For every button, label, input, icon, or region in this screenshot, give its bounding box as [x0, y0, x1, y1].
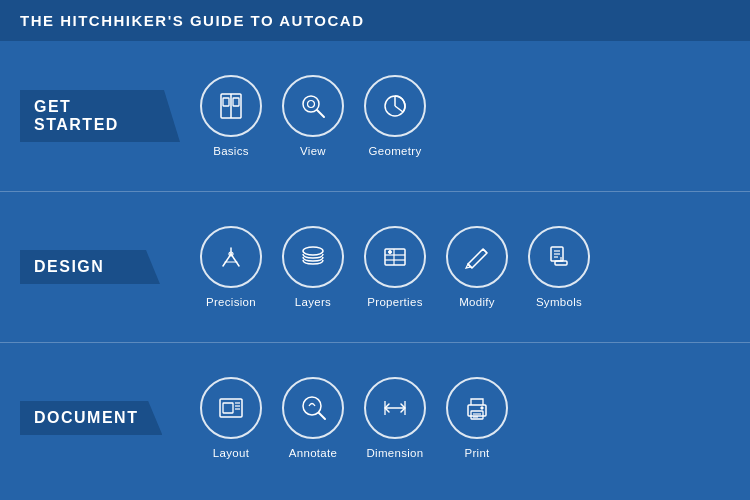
- annotate-icon: [296, 391, 330, 425]
- svg-point-20: [389, 251, 392, 254]
- basics-icon-circle: [200, 75, 262, 137]
- dimension-icon: [378, 391, 412, 425]
- precision-label: Precision: [206, 296, 256, 308]
- svg-rect-2: [223, 98, 229, 106]
- icons-row-document: Layout Annotate: [200, 377, 508, 459]
- symbols-icon-circle: [528, 226, 590, 288]
- layers-label: Layers: [295, 296, 331, 308]
- header-title: THE HITCHHIKER'S GUIDE TO AUTOCAD: [20, 12, 364, 29]
- geometry-icon-circle: [364, 75, 426, 137]
- svg-line-9: [395, 106, 403, 112]
- svg-line-34: [319, 413, 325, 419]
- section-design: DESIGN Precision: [0, 192, 750, 343]
- header: THE HITCHHIKER'S GUIDE TO AUTOCAD: [0, 0, 750, 41]
- icon-item-modify[interactable]: Modify: [446, 226, 508, 308]
- section-label-get-started: GET STARTED: [20, 90, 180, 142]
- icon-item-layout[interactable]: Layout: [200, 377, 262, 459]
- view-label: View: [300, 145, 326, 157]
- section-label-design: DESIGN: [20, 250, 160, 284]
- properties-icon: [378, 240, 412, 274]
- print-icon-circle: [446, 377, 508, 439]
- section-label-document: DOCUMENT: [20, 401, 162, 435]
- modify-label: Modify: [459, 296, 495, 308]
- svg-rect-26: [555, 261, 567, 265]
- basics-label: Basics: [213, 145, 249, 157]
- svg-rect-39: [471, 411, 483, 419]
- modify-icon: [460, 240, 494, 274]
- svg-point-6: [308, 101, 315, 108]
- dimension-label: Dimension: [366, 447, 423, 459]
- icon-item-view[interactable]: View: [282, 75, 344, 157]
- print-icon: [460, 391, 494, 425]
- svg-rect-16: [385, 249, 405, 265]
- geometry-label: Geometry: [369, 145, 422, 157]
- basics-icon: [214, 89, 248, 123]
- section-document: DOCUMENT Layout: [0, 343, 750, 493]
- layout-icon-circle: [200, 377, 262, 439]
- layout-icon: [214, 391, 248, 425]
- dimension-icon-circle: [364, 377, 426, 439]
- precision-icon: [214, 240, 248, 274]
- icons-row-get-started: Basics View: [200, 75, 426, 157]
- section-label-wrap-design: DESIGN: [20, 250, 180, 284]
- properties-icon-circle: [364, 226, 426, 288]
- svg-line-5: [317, 110, 324, 117]
- symbols-label: Symbols: [536, 296, 582, 308]
- icon-item-symbols[interactable]: Symbols: [528, 226, 590, 308]
- geometry-icon: [378, 89, 412, 123]
- section-label-wrap-document: DOCUMENT: [20, 401, 180, 435]
- annotate-label: Annotate: [289, 447, 337, 459]
- svg-point-15: [303, 247, 323, 255]
- layout-label: Layout: [213, 447, 249, 459]
- print-label: Print: [464, 447, 489, 459]
- section-label-wrap-get-started: GET STARTED: [20, 90, 180, 142]
- icons-row-design: Precision Layers: [200, 226, 590, 308]
- icon-item-geometry[interactable]: Geometry: [364, 75, 426, 157]
- svg-rect-3: [233, 98, 239, 106]
- modify-icon-circle: [446, 226, 508, 288]
- layers-icon: [296, 240, 330, 274]
- properties-label: Properties: [367, 296, 422, 308]
- icon-item-properties[interactable]: Properties: [364, 226, 426, 308]
- icon-item-basics[interactable]: Basics: [200, 75, 262, 157]
- main-content: GET STARTED Basics: [0, 41, 750, 493]
- symbols-icon: [542, 240, 576, 274]
- icon-item-layers[interactable]: Layers: [282, 226, 344, 308]
- icon-item-annotate[interactable]: Annotate: [282, 377, 344, 459]
- section-get-started: GET STARTED Basics: [0, 41, 750, 192]
- icon-item-print[interactable]: Print: [446, 377, 508, 459]
- annotate-icon-circle: [282, 377, 344, 439]
- svg-rect-29: [223, 403, 233, 413]
- precision-icon-circle: [200, 226, 262, 288]
- view-icon: [296, 89, 330, 123]
- icon-item-dimension[interactable]: Dimension: [364, 377, 426, 459]
- view-icon-circle: [282, 75, 344, 137]
- svg-point-40: [481, 407, 483, 409]
- icon-item-precision[interactable]: Precision: [200, 226, 262, 308]
- layers-icon-circle: [282, 226, 344, 288]
